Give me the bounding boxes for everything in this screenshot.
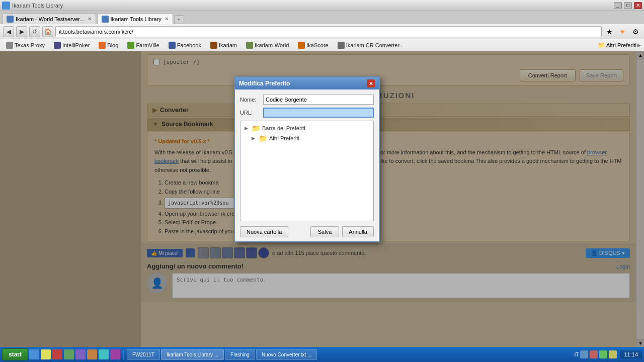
modal-body: Nome: URL: ▶ 📁 Barra dei Preferiti xyxy=(235,89,379,241)
forward-btn[interactable]: ▶ xyxy=(16,26,27,37)
bm-ikariam-icon xyxy=(210,42,217,49)
barra-expand-icon: ▶ xyxy=(245,126,250,131)
quick-media-icon[interactable] xyxy=(52,349,62,359)
barra-folder-label: Barra dei Preferiti xyxy=(262,125,305,131)
reload-btn[interactable]: ↺ xyxy=(29,26,40,37)
bm-intellipoker[interactable]: IntelliPoker xyxy=(51,41,93,50)
tab1-label: Ikariam - World Testserver... xyxy=(16,16,85,22)
tab-2[interactable]: Ikariam Tools Library ✕ xyxy=(97,13,173,24)
tab2-favicon xyxy=(102,16,109,23)
modal-close-btn[interactable]: ✕ xyxy=(367,79,375,87)
tab-1[interactable]: Ikariam - World Testserver... ✕ xyxy=(2,13,96,24)
nav-bar: ◀ ▶ ↺ 🏠 ★ ◈ ⚙ xyxy=(0,24,644,39)
quick-app5-icon[interactable] xyxy=(110,349,120,359)
bm-texas-proxy[interactable]: Texas Proxy xyxy=(3,41,48,50)
altri-pref-folder-icon: 📁 xyxy=(598,42,605,49)
tab2-close[interactable]: ✕ xyxy=(165,16,169,22)
bookmarks-right: 📁 Altri Preferiti ▶ xyxy=(598,42,641,49)
modal-overlay: Modifica Preferito ✕ Nome: URL: xyxy=(0,51,644,347)
quick-app-icon[interactable] xyxy=(64,349,74,359)
bm-texas-proxy-label: Texas Proxy xyxy=(15,42,45,48)
start-btn[interactable]: start xyxy=(2,348,28,360)
bm-converter-label: Ikariam CR Converter... xyxy=(346,42,404,48)
modal-url-input[interactable] xyxy=(263,108,374,118)
modal-name-input[interactable] xyxy=(263,95,374,105)
quick-launch xyxy=(29,349,124,359)
modal-buttons: Nuova cartella Salva Annulla xyxy=(240,223,374,237)
tray-icons: IT xyxy=(575,350,617,358)
bm-blog-label: Blog xyxy=(107,42,118,48)
bm-farmville-label: FarmVille xyxy=(136,42,159,48)
modal-name-label: Nome: xyxy=(240,97,260,103)
browser-icon xyxy=(2,2,10,10)
tab1-favicon xyxy=(7,16,14,23)
address-bar[interactable] xyxy=(55,26,602,37)
bm-ikascore-icon xyxy=(298,42,305,49)
taskbar-converter[interactable]: Nuovo Converter.txt ... xyxy=(256,349,317,360)
quick-ie-icon[interactable] xyxy=(29,349,39,359)
modal-dialog: Modifica Preferito ✕ Nome: URL: xyxy=(234,76,380,242)
quick-app3-icon[interactable] xyxy=(87,349,97,359)
rss-btn[interactable]: ◈ xyxy=(617,26,628,37)
tab1-close[interactable]: ✕ xyxy=(88,16,92,22)
back-btn[interactable]: ◀ xyxy=(3,26,14,37)
bm-farmville-icon xyxy=(127,42,134,49)
bm-texas-proxy-icon xyxy=(6,42,13,49)
bm-intellipoker-label: IntelliPoker xyxy=(62,42,90,48)
restore-btn[interactable]: □ xyxy=(624,2,632,9)
modal-url-label: URL: xyxy=(240,110,260,116)
altri-pref-arrow: ▶ xyxy=(637,43,641,48)
folder-tree: ▶ 📁 Barra dei Preferiti ▶ 📁 Altri Prefer… xyxy=(240,121,374,221)
quick-folder-icon[interactable] xyxy=(41,349,51,359)
modal-title-text: Modifica Preferito xyxy=(239,80,290,87)
minimize-btn[interactable]: _ xyxy=(614,2,622,9)
nuova-cartella-btn[interactable]: Nuova cartella xyxy=(240,226,288,237)
bm-ikariam-label: Ikariam xyxy=(219,42,237,48)
tray-icon-1 xyxy=(580,350,588,358)
modal-url-row: URL: xyxy=(240,108,374,118)
taskbar-ikariam-tools[interactable]: Ikariam Tools Library ... xyxy=(161,349,224,360)
bm-ikascore-label: IkaScore xyxy=(306,42,328,48)
bm-blog[interactable]: Blog xyxy=(96,41,121,50)
tray-icon-2 xyxy=(590,350,598,358)
quick-app2-icon[interactable] xyxy=(75,349,86,359)
tools-nav-btn[interactable]: ⚙ xyxy=(630,26,641,37)
altri-folder-icon: 📁 xyxy=(259,134,267,142)
altri-folder-label: Altri Preferiti xyxy=(269,135,299,141)
main-wrapper: ▲ ▼ ▲ [spoiler /] Converti Report Save R… xyxy=(0,51,644,347)
annulla-btn[interactable]: Annulla xyxy=(342,226,374,237)
window-title: Ikariam Tools Library xyxy=(12,3,63,9)
bm-ikariam-world-icon xyxy=(246,42,253,49)
bm-ikascore[interactable]: IkaScore xyxy=(295,41,331,50)
taskbar-flashing[interactable]: Flashing xyxy=(225,349,255,360)
sys-tray: IT 11:14 xyxy=(575,350,642,358)
bm-facebook[interactable]: Facebook xyxy=(166,41,204,50)
salva-btn[interactable]: Salva xyxy=(310,226,340,237)
taskbar-fw2011t[interactable]: FW2011T xyxy=(127,349,160,360)
new-tab-btn[interactable]: + xyxy=(174,15,184,24)
bm-facebook-icon xyxy=(169,42,176,49)
bm-farmville[interactable]: FarmVille xyxy=(124,41,162,50)
title-bar: Ikariam Tools Library _ □ ✕ xyxy=(0,0,644,11)
altri-pref-btn[interactable]: Altri Preferiti xyxy=(606,42,636,48)
close-btn[interactable]: ✕ xyxy=(634,2,642,9)
bm-converter[interactable]: Ikariam CR Converter... xyxy=(335,41,407,50)
tray-icon-4 xyxy=(609,350,617,358)
barra-folder-icon: 📁 xyxy=(252,124,260,132)
bm-blog-icon xyxy=(99,42,106,49)
bm-intellipoker-icon xyxy=(54,42,61,49)
bm-ikariam-world-label: Ikariam-World xyxy=(255,42,289,48)
modal-name-row: Nome: xyxy=(240,95,374,105)
altri-expand-icon: ▶ xyxy=(252,136,257,141)
tab-bar: Ikariam - World Testserver... ✕ Ikariam … xyxy=(0,11,644,24)
lang-indicator: IT xyxy=(575,352,579,357)
folder-altri[interactable]: ▶ 📁 Altri Preferiti xyxy=(243,133,371,143)
tab2-label: Ikariam Tools Library xyxy=(111,16,162,22)
bm-ikariam-world[interactable]: Ikariam-World xyxy=(243,41,292,50)
star-btn[interactable]: ★ xyxy=(604,26,615,37)
folder-barra[interactable]: ▶ 📁 Barra dei Preferiti xyxy=(243,123,371,133)
home-btn[interactable]: 🏠 xyxy=(42,26,53,37)
bm-ikariam[interactable]: Ikariam xyxy=(207,41,240,50)
taskbar: start FW2011T Ikariam Tools Library ... … xyxy=(0,347,644,362)
quick-app4-icon[interactable] xyxy=(99,349,109,359)
